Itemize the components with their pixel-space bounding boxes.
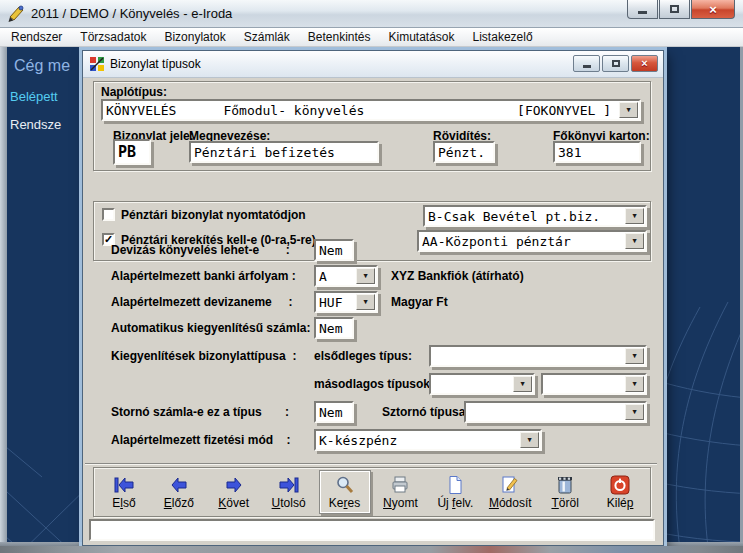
dialog-close-button[interactable]: × (631, 55, 658, 72)
exit-icon (608, 475, 632, 495)
status-input[interactable] (89, 519, 655, 541)
last-icon (277, 475, 301, 495)
sztorno-tipusa-label: Sztornó típusa: (382, 405, 469, 419)
application-window: 2011 / DEMO / Könyvelés - e-Iroda × Rend… (0, 0, 743, 553)
megnevezese-field[interactable]: Pénztári befizetés (189, 141, 379, 163)
devizanem-combobox[interactable]: HUF (314, 291, 378, 313)
arfolyam-label: Alapértelmezett banki árfolyam : (111, 269, 296, 283)
minimize-icon (638, 11, 647, 14)
delete-icon (553, 475, 577, 495)
dialog-content: Naplótípus: KÖNYVELÉS Főmodul- könyvelés… (83, 77, 663, 545)
menu-item-bizonylatok[interactable]: Bizonylatok (155, 30, 234, 44)
search-button[interactable]: Keres (319, 470, 371, 514)
first-icon (112, 475, 136, 495)
masodlagos-combobox-1[interactable] (429, 373, 535, 395)
dialog-bizonylat-tipusok: Bizonylat típusok × Naplótípus: KÖNYVELÉ… (82, 50, 664, 546)
devizanem-note: Magyar Ft (391, 295, 448, 309)
naplotipus-combobox[interactable]: KÖNYVELÉS Főmodul- könyvelés [FOKONYVEL … (101, 99, 641, 121)
close-button[interactable]: × (691, 0, 735, 19)
print-button[interactable]: Nyomt (375, 471, 425, 513)
arfolyam-dropdown-arrow-icon[interactable] (356, 268, 375, 284)
separator (85, 463, 657, 465)
naplotipus-dropdown-arrow-icon[interactable] (619, 102, 638, 118)
window-controls: × (627, 0, 735, 19)
window-frame-left (0, 47, 7, 546)
edit-icon (498, 475, 522, 495)
desktop-label-rendszer: Rendsze (10, 117, 61, 132)
bevetel-dropdown-arrow-icon[interactable] (625, 208, 644, 224)
menu-item-kimutatasok[interactable]: Kimutatások (380, 30, 464, 44)
penztar-dropdown-arrow-icon[interactable] (625, 233, 644, 249)
close-icon: × (709, 3, 717, 16)
naplotipus-value: KÖNYVELÉS Főmodul- könyvelés (106, 103, 364, 118)
bevetel-combobox[interactable]: B-Csak Bevétel pt.biz. (423, 205, 647, 227)
prev-button[interactable]: Előző (154, 471, 204, 513)
devizanem-dropdown-arrow-icon[interactable] (356, 294, 375, 310)
edit-button[interactable]: Módosít (485, 471, 535, 513)
delete-button[interactable]: Töröl (540, 471, 590, 513)
menu-item-betekintes[interactable]: Betenkintés (299, 30, 380, 44)
dialog-maximize-icon (612, 60, 620, 67)
storno-field[interactable]: Nem (314, 401, 354, 423)
dialog-icon (89, 56, 105, 72)
dialog-title: Bizonylat típusok (110, 57, 201, 71)
menu-item-rendszer[interactable]: Rendszer (2, 30, 71, 44)
menu-bar: Rendszer Törzsadatok Bizonylatok Számlák… (0, 28, 743, 47)
arfolyam-note: XYZ Bankfiók (átírható) (391, 269, 524, 283)
naplotipus-label: Naplótípus: (101, 85, 167, 99)
first-button[interactable]: Első (99, 471, 149, 513)
window-title: 2011 / DEMO / Könyvelés - e-Iroda (31, 6, 232, 21)
elsodleges-dropdown-arrow-icon[interactable] (625, 348, 644, 364)
new-record-button[interactable]: Új felv. (430, 471, 480, 513)
sztorno-combobox[interactable] (464, 401, 647, 423)
fokonyvi-karton-field[interactable]: 381 (553, 141, 641, 163)
storno-label: Stornó számla-e ez a típus : (111, 405, 289, 419)
print-icon (388, 475, 412, 495)
nyomtatodjon-label: Pénztári bizonylat nyomtatódjon (121, 208, 306, 222)
arfolyam-combobox[interactable]: A (314, 265, 378, 287)
masodlagos2-dropdown-arrow-icon[interactable] (625, 376, 644, 392)
elsodleges-combobox[interactable] (429, 345, 647, 367)
window-titlebar: 2011 / DEMO / Könyvelés - e-Iroda × (0, 0, 743, 28)
naplotipus-code: [FOKONYVEL ] (517, 103, 611, 118)
last-button[interactable]: Utolsó (264, 471, 314, 513)
masodlagos1-dropdown-arrow-icon[interactable] (513, 376, 532, 392)
rovidites-field[interactable]: Pénzt. (433, 141, 495, 163)
menu-item-listakezelo[interactable]: Listakezelő (464, 30, 542, 44)
app-icon (7, 4, 26, 23)
nyomtatodjon-checkbox[interactable] (102, 208, 115, 221)
devizanem-label: Alapértelmezett devizaneme : (111, 295, 292, 309)
exit-button[interactable]: Kilép (595, 471, 645, 513)
dialog-minimize-icon (583, 65, 591, 68)
dialog-close-icon: × (641, 58, 647, 69)
next-icon (222, 475, 246, 495)
maximize-icon (670, 5, 679, 13)
minimize-button[interactable] (627, 0, 658, 19)
menu-item-torzsadatok[interactable]: Törzsadatok (71, 30, 155, 44)
next-button[interactable]: Követ (209, 471, 259, 513)
kiegyenlitesek-label: Kiegyenlítések bizonylattípusa : (111, 349, 296, 363)
fizetesi-mod-combobox[interactable]: K-készpénz (314, 429, 542, 451)
bizonylat-jele-field[interactable]: PB (113, 139, 151, 165)
prev-icon (167, 475, 191, 495)
masodlagos-label: másodlagos típusok: (314, 377, 434, 391)
masodlagos-combobox-2[interactable] (541, 373, 647, 395)
sztorno-dropdown-arrow-icon[interactable] (625, 404, 644, 420)
auto-kiegyenlites-field[interactable]: Nem (314, 317, 354, 339)
devizas-label: Devizás könyvelés lehet-e : (111, 243, 290, 257)
dialog-minimize-button[interactable] (573, 55, 600, 72)
dialog-window-controls: × (573, 55, 658, 72)
fizetesi-mod-label: Alapértelmezett fizetési mód : (111, 433, 290, 447)
desktop-label-belepett: Belépett (10, 89, 58, 104)
devizas-field[interactable]: Nem (314, 239, 354, 261)
taskbar-sliver[interactable] (0, 546, 743, 553)
menu-item-szamlak[interactable]: Számlák (235, 30, 299, 44)
dialog-maximize-button[interactable] (602, 55, 629, 72)
fizetesi-dropdown-arrow-icon[interactable] (520, 432, 539, 448)
client-area: Cég me Belépett Rendsze Bizonylat típuso… (0, 47, 743, 546)
penztar-combobox[interactable]: AA-Központi pénztár (417, 230, 647, 252)
record-toolbar: Első Előző Követ (93, 467, 651, 517)
dialog-titlebar[interactable]: Bizonylat típusok × (83, 51, 663, 78)
auto-kiegyenlites-label: Automatikus kiegyenlítésű számla: (111, 321, 310, 335)
maximize-button[interactable] (659, 0, 690, 19)
